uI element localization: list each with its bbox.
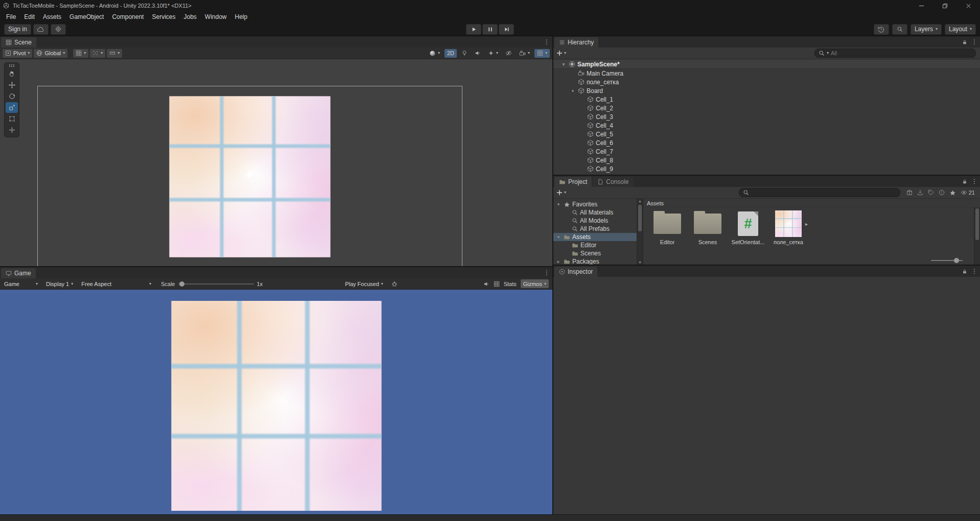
gizmos-dropdown[interactable]: Gizmos▾ [521, 279, 549, 288]
menu-item-window[interactable]: Window [201, 12, 231, 21]
services-button[interactable] [51, 24, 66, 35]
tab-inspector[interactable]: Inspector [554, 267, 597, 277]
minimize-button[interactable] [909, 0, 933, 11]
frame-debugger-button[interactable] [389, 279, 400, 288]
hierarchy-row-cell-1[interactable]: Cell_1 [553, 95, 980, 104]
project-tree-row-all-prefabs[interactable]: All Prefabs [553, 225, 637, 233]
camera-settings-dropdown[interactable]: ▾ [517, 49, 532, 58]
menu-item-assets[interactable]: Assets [39, 12, 65, 21]
asset-item-поле-сетка[interactable]: ▸поле_сетка [772, 210, 805, 245]
panel-menu-icon[interactable]: ⋮ [544, 270, 550, 276]
menu-item-edit[interactable]: Edit [20, 12, 39, 21]
display-target-dropdown[interactable]: Game▾ [2, 279, 40, 288]
display-dropdown[interactable]: Display 1▾ [43, 279, 76, 288]
hierarchy-row-cell-7[interactable]: Cell_7 [553, 147, 980, 156]
effects-dropdown[interactable]: ▾ [485, 49, 501, 58]
tab-console[interactable]: Console [593, 177, 633, 187]
restore-button[interactable] [933, 0, 956, 11]
asset-item-scenes[interactable]: Scenes [691, 210, 725, 245]
close-button[interactable] [956, 0, 980, 11]
thumbnail-zoom-slider[interactable] [931, 260, 963, 261]
overlays-dropdown[interactable]: ▾ [534, 49, 550, 58]
cloud-button[interactable] [33, 24, 49, 35]
foldout-arrow[interactable]: ▾ [555, 234, 562, 240]
hierarchy-row-samplescene-[interactable]: ▾SampleScene* [553, 60, 980, 69]
panel-menu-icon[interactable]: ⋮ [971, 268, 977, 274]
zoom-slider-knob[interactable] [954, 258, 959, 263]
transform-tool-button[interactable] [6, 125, 18, 135]
label-tag-icon[interactable] [928, 190, 934, 196]
tab-hierarchy[interactable]: Hierarchy [554, 37, 598, 48]
hierarchy-row-cell-3[interactable]: Cell_3 [553, 112, 980, 121]
scale-slider[interactable] [178, 283, 254, 285]
snap-toggle[interactable]: ▾ [90, 49, 105, 58]
mute-audio-icon[interactable] [483, 281, 489, 287]
hierarchy-row-поле-сетка[interactable]: поле_сетка [553, 78, 980, 86]
hierarchy-row-board[interactable]: ▾Board [553, 86, 980, 95]
project-tree-row-favorites[interactable]: ▾Favorites [553, 200, 637, 208]
foldout-arrow[interactable]: ▾ [570, 88, 576, 93]
scale-tool-button[interactable] [6, 102, 18, 113]
lock-icon[interactable] [962, 269, 967, 274]
step-button[interactable] [499, 24, 514, 35]
aspect-ratio-dropdown[interactable]: Free Aspect▾ [79, 279, 154, 288]
create-asset-button[interactable]: ▾ [556, 190, 566, 196]
project-tree-row-all-models[interactable]: All Models [553, 217, 637, 225]
tab-scene[interactable]: Scene [1, 37, 36, 48]
project-tree-row-all-materials[interactable]: All Materials [553, 208, 637, 217]
hierarchy-row-cell-9[interactable]: Cell_9 [553, 164, 980, 173]
tab-project[interactable]: Project [554, 177, 592, 187]
lock-icon[interactable] [962, 39, 967, 45]
scene-viewport[interactable] [0, 59, 552, 266]
vsync-icon[interactable] [494, 281, 500, 287]
hierarchy-search-input[interactable] [831, 50, 972, 56]
project-tree-row-assets[interactable]: ▾Assets [553, 233, 637, 241]
asset-item-setorientat-[interactable]: #SetOrientat... [731, 210, 765, 245]
scene-audio-toggle[interactable] [472, 49, 483, 58]
menu-item-file[interactable]: File [2, 12, 20, 21]
type-filter-icon[interactable] [939, 190, 945, 196]
scroll-up-icon[interactable]: ▲ [637, 199, 643, 203]
project-tree-scrollbar[interactable]: ▲ ▼ [637, 199, 643, 265]
layers-dropdown[interactable]: Layers▾ [911, 24, 942, 35]
lock-icon[interactable] [962, 179, 967, 184]
scrollbar-thumb[interactable] [638, 205, 642, 231]
rect-tool-button[interactable] [6, 113, 18, 124]
undo-history-button[interactable] [874, 24, 889, 35]
assets-scrollbar[interactable] [974, 207, 980, 265]
expand-subassets-arrow[interactable]: ▸ [805, 221, 808, 227]
create-object-button[interactable]: ▾ [556, 50, 566, 56]
panel-menu-icon[interactable]: ⋮ [971, 178, 977, 184]
stats-toggle[interactable]: Stats [504, 281, 517, 287]
game-viewport[interactable] [0, 290, 552, 514]
foldout-arrow[interactable]: ▾ [561, 62, 567, 67]
panel-menu-icon[interactable]: ⋮ [971, 39, 977, 45]
project-tree-row-editor[interactable]: Editor [553, 241, 637, 249]
global-dropdown[interactable]: Global▾ [34, 49, 67, 58]
rotate-tool-button[interactable] [6, 91, 18, 102]
play-button[interactable] [466, 24, 481, 35]
pivot-dropdown[interactable]: Pivot▾ [3, 49, 32, 58]
project-tree-row-packages[interactable]: ▸Packages [553, 257, 637, 265]
open-in-search-icon[interactable] [906, 190, 913, 196]
sign-in-button[interactable]: Sign in [4, 24, 31, 35]
pause-button[interactable] [482, 24, 498, 35]
scene-lighting-toggle[interactable] [459, 49, 470, 58]
scale-slider-knob[interactable] [179, 281, 184, 287]
shading-mode-dropdown[interactable]: ▾ [427, 49, 442, 58]
scrollbar-thumb[interactable] [975, 208, 979, 240]
toggle-2d-button[interactable]: 2D [445, 49, 457, 58]
hierarchy-row-cell-5[interactable]: Cell_5 [553, 130, 980, 138]
tab-game[interactable]: Game [1, 268, 36, 278]
foldout-arrow[interactable]: ▾ [555, 202, 562, 207]
hierarchy-search[interactable]: ▾ [814, 49, 976, 58]
hierarchy-row-main-camera[interactable]: Main Camera [553, 69, 980, 78]
layout-dropdown[interactable]: Layout▾ [945, 24, 976, 35]
menu-item-services[interactable]: Services [148, 12, 179, 21]
hidden-packages-counter[interactable]: 21 [961, 190, 975, 196]
grid-snap-dropdown[interactable]: ▾ [73, 49, 88, 58]
overlay-drag-handle[interactable] [8, 64, 15, 67]
foldout-arrow[interactable]: ▸ [555, 259, 562, 264]
project-tree-row-scenes[interactable]: Scenes [553, 249, 637, 257]
project-search[interactable] [739, 188, 900, 197]
